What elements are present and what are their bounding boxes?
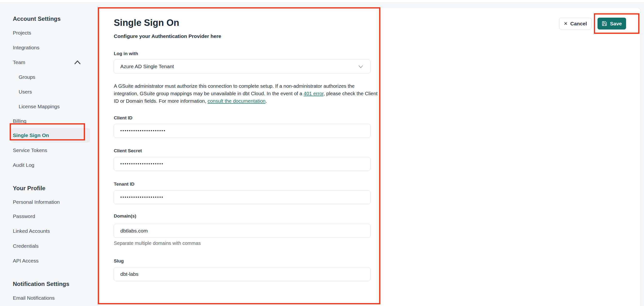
- sidebar-header-account-settings: Account Settings: [13, 14, 60, 24]
- link-401-error[interactable]: 401 error: [304, 91, 324, 96]
- sidebar-item-password[interactable]: Password: [13, 211, 35, 221]
- sidebar-item-single-sign-on[interactable]: Single Sign On: [13, 131, 49, 140]
- page-title: Single Sign On: [114, 18, 179, 28]
- login-with-label: Log in with: [114, 51, 138, 56]
- chevron-down-icon: [358, 63, 364, 70]
- sidebar-item-credentials[interactable]: Credentials: [13, 241, 38, 251]
- info-line-3: ID or Domain fields. For more informatio…: [114, 98, 208, 104]
- link-consult-documentation[interactable]: consult the documentation: [208, 98, 265, 104]
- single-sign-on-panel: Single Sign On Configure your Authentica…: [99, 8, 640, 306]
- save-icon: [602, 21, 607, 26]
- sidebar-item-audit-log[interactable]: Audit Log: [13, 160, 34, 170]
- slug-input[interactable]: [114, 267, 370, 281]
- save-button[interactable]: Save: [598, 18, 626, 29]
- sidebar-item-email-notifications[interactable]: Email Notifications: [13, 293, 55, 303]
- sidebar-item-personal-information[interactable]: Personal Information: [13, 197, 60, 207]
- chevron-up-icon[interactable]: [74, 60, 81, 65]
- cancel-button-label: Cancel: [570, 21, 587, 27]
- sidebar-header-notification-settings: Notification Settings: [13, 279, 69, 289]
- sidebar-item-billing[interactable]: Billing: [13, 116, 26, 126]
- sidebar-item-license-mappings[interactable]: License Mappings: [19, 102, 60, 111]
- domains-label: Domain(s): [114, 213, 136, 219]
- sidebar-item-projects[interactable]: Projects: [13, 28, 31, 38]
- save-button-label: Save: [610, 21, 622, 27]
- sidebar-item-team[interactable]: Team: [13, 57, 25, 67]
- page-subtitle: Configure your Authentication Provider h…: [114, 33, 221, 39]
- info-line-2: integration, GSuite group mappings may b…: [114, 91, 304, 96]
- sidebar-item-linked-accounts[interactable]: Linked Accounts: [13, 226, 50, 236]
- gsuite-info-text: A GSuite administrator must authorize th…: [114, 82, 385, 105]
- domains-helper-text: Separate multiple domains with commas: [114, 241, 201, 246]
- info-line-3b: .: [266, 98, 267, 104]
- info-line-1: A GSuite administrator must authorize th…: [114, 83, 355, 89]
- sidebar-item-users[interactable]: Users: [19, 87, 32, 97]
- login-with-selected-value: Azure AD Single Tenant: [120, 64, 174, 69]
- info-line-2b: , please check the Client: [324, 91, 378, 96]
- cancel-button[interactable]: ✕ Cancel: [559, 18, 592, 29]
- top-nav-strip: [0, 0, 644, 2]
- slug-label: Slug: [114, 258, 124, 264]
- settings-sidebar: Account Settings Projects Integrations T…: [0, 3, 99, 306]
- client-secret-label: Client Secret: [114, 148, 142, 153]
- tenant-id-label: Tenant ID: [114, 181, 134, 187]
- sidebar-header-your-profile: Your Profile: [13, 183, 45, 193]
- client-id-input[interactable]: [114, 124, 370, 138]
- domains-input[interactable]: [114, 224, 370, 238]
- sidebar-item-api-access[interactable]: API Access: [13, 256, 38, 266]
- login-with-select[interactable]: Azure AD Single Tenant: [114, 59, 370, 73]
- client-id-label: Client ID: [114, 115, 132, 121]
- sidebar-item-integrations[interactable]: Integrations: [13, 43, 40, 52]
- sidebar-item-groups[interactable]: Groups: [19, 72, 35, 82]
- sidebar-item-service-tokens[interactable]: Service Tokens: [13, 146, 47, 155]
- close-icon: ✕: [564, 21, 568, 26]
- client-secret-input[interactable]: [114, 157, 370, 171]
- tenant-id-input[interactable]: [114, 190, 370, 204]
